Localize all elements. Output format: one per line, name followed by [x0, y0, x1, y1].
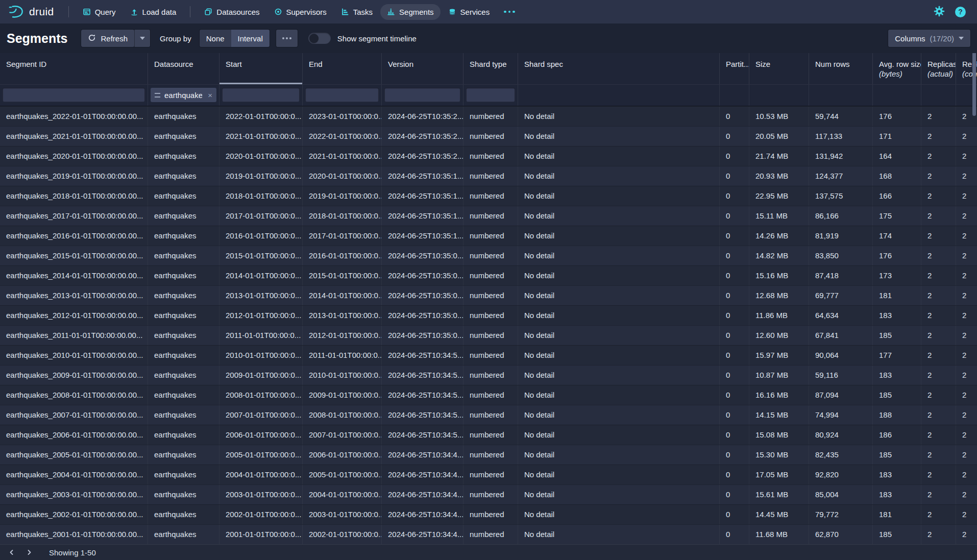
nav-item-query[interactable]: Query [76, 4, 123, 20]
more-options-button[interactable] [276, 30, 298, 47]
cell-end: 2006-01-01T00:00:0... [303, 445, 382, 465]
table-row[interactable]: earthquakes_2020-01-01T00:00:00.00...ear… [0, 146, 977, 166]
cell-size: 22.95 MB [749, 186, 809, 206]
cell-replicas: 2 [921, 465, 956, 484]
table-row[interactable]: earthquakes_2011-01-01T00:00:00.00...ear… [0, 325, 977, 345]
nav-item-segments[interactable]: Segments [380, 4, 441, 20]
table-row[interactable]: earthquakes_2012-01-01T00:00:00.00...ear… [0, 305, 977, 325]
cell-segment_id: earthquakes_2012-01-01T00:00:00.00... [0, 306, 148, 325]
vertical-scrollbar[interactable] [972, 53, 976, 116]
cell-end: 2019-01-01T00:00:0... [303, 186, 382, 206]
column-header-start[interactable]: Start [219, 53, 303, 84]
cell-num_rows: 79,772 [809, 505, 873, 524]
column-header-replicas[interactable]: Replicas(actual) [921, 53, 956, 84]
cell-datasource: earthquakes [148, 326, 219, 345]
table-row[interactable]: earthquakes_2005-01-01T00:00:00.00...ear… [0, 445, 977, 465]
cell-partition: 0 [720, 206, 749, 226]
nav-item-supervisors[interactable]: Supervisors [267, 4, 333, 20]
datasource-filter-tag[interactable]: earthquakes× [151, 88, 216, 102]
column-header-partition[interactable]: Partit... [720, 53, 749, 84]
column-header-avg_row_size[interactable]: Avg. row size(bytes) [873, 53, 921, 84]
column-header-num_rows[interactable]: Num rows [809, 53, 873, 84]
remove-filter-icon[interactable]: × [208, 91, 212, 99]
cell-partition: 0 [720, 405, 749, 425]
cell-num_rows: 90,064 [809, 346, 873, 365]
cell-end: 2004-01-01T00:00:0... [303, 485, 382, 504]
table-row[interactable]: earthquakes_2008-01-01T00:00:00.00...ear… [0, 385, 977, 405]
filter-cell-start [219, 85, 303, 106]
filter-input-shard_type[interactable] [466, 88, 515, 102]
nav-more-button[interactable] [497, 7, 522, 17]
cell-end: 2015-01-01T00:00:0... [303, 266, 382, 285]
druid-logo[interactable]: druid [8, 5, 54, 19]
table-row[interactable]: earthquakes_2006-01-01T00:00:00.00...ear… [0, 425, 977, 445]
cell-partition: 0 [720, 147, 749, 166]
next-page-button[interactable] [20, 545, 38, 560]
group-by-none-button[interactable]: None [200, 30, 231, 47]
filter-input-segment_id[interactable] [3, 88, 145, 102]
column-header-segment_id[interactable]: Segment ID [0, 53, 148, 84]
table-row[interactable]: earthquakes_2007-01-01T00:00:00.00...ear… [0, 405, 977, 425]
nav-item-tasks[interactable]: Tasks [334, 4, 379, 20]
table-row[interactable]: earthquakes_2010-01-01T00:00:00.00...ear… [0, 345, 977, 365]
table-row[interactable]: earthquakes_2013-01-01T00:00:00.00...ear… [0, 285, 977, 305]
cell-partition: 0 [720, 525, 749, 544]
column-header-datasource[interactable]: Datasource [148, 53, 219, 84]
group-by-interval-button[interactable]: Interval [231, 30, 270, 47]
column-header-shard_spec[interactable]: Shard spec [518, 53, 720, 84]
cell-end: 2023-01-01T00:00:0... [303, 107, 382, 126]
nav-item-load-data[interactable]: Load data [124, 4, 183, 20]
cell-segment_id: earthquakes_2022-01-01T00:00:00.00... [0, 107, 148, 126]
filter-input-end[interactable] [305, 88, 379, 102]
columns-picker-button[interactable]: Columns (17/20) [888, 30, 970, 47]
segment-timeline-toggle[interactable] [308, 33, 331, 44]
column-label: Start [226, 59, 296, 69]
table-row[interactable]: earthquakes_2003-01-01T00:00:00.00...ear… [0, 484, 977, 504]
filter-cell-avg_row_size [873, 85, 921, 106]
refresh-button[interactable]: Refresh [81, 30, 134, 47]
filter-input-start[interactable] [222, 88, 300, 102]
table-row[interactable]: earthquakes_2017-01-01T00:00:00.00...ear… [0, 206, 977, 226]
refresh-interval-dropdown[interactable] [134, 30, 150, 47]
table-row[interactable]: earthquakes_2014-01-01T00:00:00.00...ear… [0, 265, 977, 285]
cell-replication_factor: 2 [956, 385, 977, 405]
table-row[interactable]: earthquakes_2016-01-01T00:00:00.00...ear… [0, 226, 977, 246]
cell-start: 2022-01-01T00:00:0... [219, 107, 303, 126]
cell-version: 2024-06-25T10:35:0... [382, 306, 463, 325]
nav-item-datasources[interactable]: Datasources [198, 4, 266, 20]
cell-shard_spec: No detail [518, 286, 720, 305]
nav-item-services[interactable]: Services [442, 4, 497, 20]
cell-size: 15.16 MB [749, 266, 809, 285]
cell-shard_type: numbered [463, 107, 518, 126]
table-row[interactable]: earthquakes_2015-01-01T00:00:00.00...ear… [0, 246, 977, 265]
table-row[interactable]: earthquakes_2004-01-01T00:00:00.00...ear… [0, 465, 977, 484]
cell-datasource: earthquakes [148, 465, 219, 484]
table-row[interactable]: earthquakes_2019-01-01T00:00:00.00...ear… [0, 166, 977, 186]
table-row[interactable]: earthquakes_2018-01-01T00:00:00.00...ear… [0, 186, 977, 206]
table-row[interactable]: earthquakes_2021-01-01T00:00:00.00...ear… [0, 126, 977, 146]
table-row[interactable]: earthquakes_2002-01-01T00:00:00.00...ear… [0, 504, 977, 524]
cell-size: 16.16 MB [749, 385, 809, 405]
nav-item-label: Load data [142, 8, 177, 16]
table-row[interactable]: earthquakes_2022-01-01T00:00:00.00...ear… [0, 106, 977, 126]
help-icon[interactable]: ? [955, 7, 966, 17]
table-row[interactable]: earthquakes_2001-01-01T00:00:00.00...ear… [0, 524, 977, 544]
cell-end: 2014-01-01T00:00:0... [303, 286, 382, 305]
column-header-end[interactable]: End [303, 53, 382, 84]
cell-avg_row_size: 181 [873, 286, 921, 305]
cell-shard_type: numbered [463, 445, 518, 465]
cell-segment_id: earthquakes_2010-01-01T00:00:00.00... [0, 346, 148, 365]
previous-page-button[interactable] [3, 545, 20, 560]
column-header-shard_type[interactable]: Shard type [463, 53, 518, 84]
filter-input-version[interactable] [384, 88, 460, 102]
column-header-size[interactable]: Size [749, 53, 809, 84]
table-row[interactable]: earthquakes_2009-01-01T00:00:00.00...ear… [0, 365, 977, 385]
column-header-version[interactable]: Version [382, 53, 463, 84]
segment-timeline-toggle-label: Show segment timeline [337, 34, 417, 43]
druid-console: druid Query Load data Datasources [0, 0, 977, 560]
cell-shard_type: numbered [463, 385, 518, 405]
gear-icon[interactable] [934, 6, 945, 18]
cell-size: 20.05 MB [749, 127, 809, 146]
cell-num_rows: 80,924 [809, 425, 873, 445]
cell-replicas: 2 [921, 366, 956, 385]
